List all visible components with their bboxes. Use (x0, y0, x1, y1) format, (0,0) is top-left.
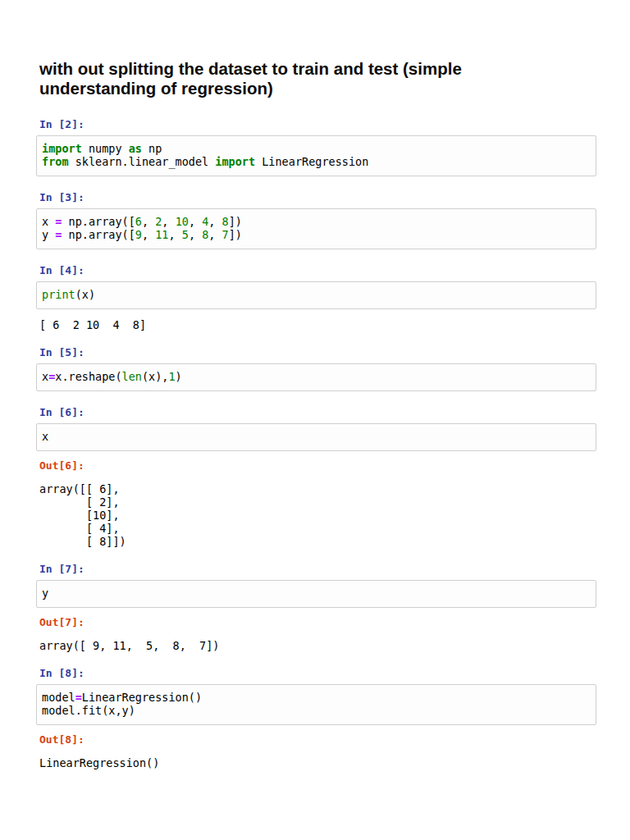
code-token: , (168, 228, 181, 241)
code-token-kw: as (129, 142, 142, 155)
code-text: x=x.reshape(len(x),1) (42, 370, 589, 383)
output-prompt: Out[6]: (39, 460, 596, 471)
notebook-cell: In [8]:model=LinearRegression() model.fi… (36, 668, 596, 769)
code-token-num: 1 (168, 370, 175, 383)
code-token-bi: print (42, 288, 75, 301)
code-token: model.fit(x,y) (42, 704, 135, 717)
code-text: y (42, 587, 589, 600)
page-title: with out splitting the dataset to train … (39, 59, 596, 98)
code-token-num: 6 (135, 215, 142, 228)
output-text: array([ 9, 11, 5, 8, 7]) (39, 639, 596, 652)
code-token-num: 5 (182, 228, 189, 241)
code-token-num: 7 (222, 228, 229, 241)
code-text: model=LinearRegression() model.fit(x,y) (42, 691, 589, 717)
code-text: x (42, 430, 589, 443)
input-prompt: In [8]: (39, 668, 596, 678)
code-token: x.reshape( (55, 370, 121, 383)
code-token: np.array([ (62, 215, 135, 228)
code-token: , (142, 228, 155, 241)
code-text: x = np.array([6, 2, 10, 4, 8]) y = np.ar… (42, 215, 589, 241)
code-token: LinearRegression (255, 155, 368, 168)
code-token: np.array([ (62, 228, 135, 241)
code-token-kw: import (42, 142, 82, 155)
code-token: x (42, 215, 55, 228)
code-input[interactable]: x=x.reshape(len(x),1) (36, 363, 596, 391)
code-input[interactable]: print(x) (36, 281, 596, 309)
code-input[interactable]: y (36, 580, 596, 608)
code-token: LinearRegression() (82, 691, 202, 704)
code-token-kw: import (215, 155, 255, 168)
code-token: , (162, 215, 175, 228)
code-token: , (208, 228, 221, 241)
code-text: print(x) (42, 288, 589, 301)
input-prompt: In [3]: (39, 192, 596, 203)
output-text: array([[ 6], [ 2], [10], [ 4], [ 8]]) (39, 482, 596, 548)
code-input[interactable]: x (36, 423, 596, 451)
code-input[interactable]: model=LinearRegression() model.fit(x,y) (36, 684, 596, 725)
input-prompt: In [6]: (39, 407, 596, 418)
notebook: In [2]:import numpy as np from sklearn.l… (36, 119, 596, 769)
notebook-cell: In [2]:import numpy as np from sklearn.l… (36, 119, 596, 176)
code-token: np (142, 142, 162, 155)
code-token: ]) (229, 228, 242, 241)
code-token-op: = (75, 691, 82, 704)
code-token: , (189, 228, 202, 241)
code-token-num: 11 (155, 228, 168, 241)
code-token: (x), (142, 370, 169, 383)
output-prompt: Out[7]: (39, 617, 596, 628)
code-text: import numpy as np from sklearn.linear_m… (42, 142, 589, 168)
code-token-bi: len (122, 370, 142, 383)
code-token: numpy (82, 142, 129, 155)
code-token: sklearn.linear_model (69, 155, 216, 168)
input-prompt: In [2]: (39, 119, 596, 130)
code-token-num: 9 (135, 228, 142, 241)
code-token: ]) (229, 215, 242, 228)
code-token-kw: from (42, 155, 69, 168)
input-prompt: In [7]: (39, 564, 596, 574)
input-prompt: In [4]: (39, 265, 596, 276)
code-token: , (189, 215, 202, 228)
code-token: x (42, 370, 48, 383)
notebook-cell: In [6]:xOut[6]:array([[ 6], [ 2], [10], … (36, 407, 596, 548)
output-text: LinearRegression() (39, 756, 596, 769)
output-text: [ 6 2 10 4 8] (39, 318, 596, 331)
code-token-num: 10 (176, 215, 189, 228)
input-prompt: In [5]: (39, 347, 596, 358)
output-prompt: Out[8]: (39, 734, 596, 745)
notebook-cell: In [3]:x = np.array([6, 2, 10, 4, 8]) y … (36, 192, 596, 249)
code-token: x (42, 430, 48, 443)
code-token: , (208, 215, 221, 228)
code-input[interactable]: x = np.array([6, 2, 10, 4, 8]) y = np.ar… (36, 208, 596, 249)
notebook-page: with out splitting the dataset to train … (0, 59, 630, 769)
page-title-line-2: understanding of regression) (39, 79, 596, 98)
page-title-line-1: with out splitting the dataset to train … (39, 59, 596, 79)
code-token: y (42, 228, 55, 241)
code-token-num: 8 (222, 215, 229, 228)
notebook-cell: In [4]:print(x)[ 6 2 10 4 8] (36, 265, 596, 331)
code-token: y (42, 587, 48, 600)
code-token: , (142, 215, 155, 228)
code-input[interactable]: import numpy as np from sklearn.linear_m… (36, 135, 596, 176)
code-token: (x) (75, 288, 95, 301)
notebook-cell: In [7]:yOut[7]:array([ 9, 11, 5, 8, 7]) (36, 564, 596, 652)
code-token: model (42, 691, 75, 704)
notebook-cell: In [5]:x=x.reshape(len(x),1) (36, 347, 596, 391)
code-token: ) (176, 370, 182, 383)
